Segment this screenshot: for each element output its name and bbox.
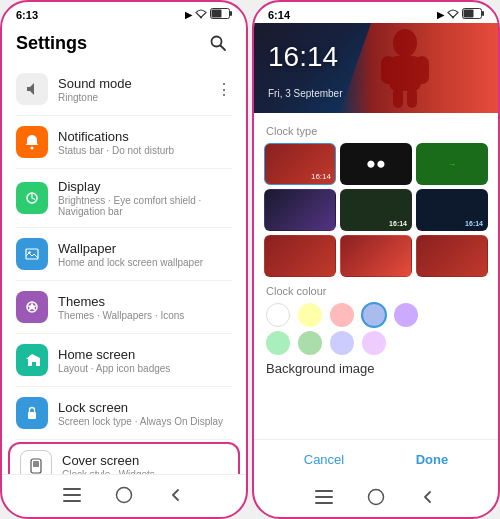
clock-thumb-5[interactable]: 16:14 xyxy=(340,189,412,231)
themes-desc: Themes · Wallpapers · Icons xyxy=(58,310,232,321)
display-icon xyxy=(16,182,48,214)
left-home-button[interactable] xyxy=(112,483,136,507)
left-back-button[interactable] xyxy=(164,483,188,507)
right-wifi-icon xyxy=(447,9,459,21)
setting-item-themes[interactable]: Themes Themes · Wallpapers · Icons xyxy=(2,283,246,331)
display-desc: Brightness · Eye comfort shield · Naviga… xyxy=(58,195,232,217)
svg-point-19 xyxy=(117,488,132,503)
battery-icon xyxy=(210,8,232,21)
display-name: Display xyxy=(58,179,232,194)
done-button[interactable]: Done xyxy=(400,448,465,471)
color-swatch-lilac[interactable] xyxy=(362,331,386,355)
right-content: Clock type 16:14 ⬤ ⬤ → 16:14 16:14 xyxy=(254,113,498,439)
spiderman-figure xyxy=(332,23,478,113)
lock-screen-desc: Screen lock type · Always On Display xyxy=(58,416,232,427)
settings-title: Settings xyxy=(16,33,87,54)
svg-line-5 xyxy=(221,46,226,51)
svg-point-0 xyxy=(200,16,202,18)
setting-item-notifications[interactable]: Notifications Status bar · Do not distur… xyxy=(2,118,246,166)
divider-2 xyxy=(16,168,232,169)
right-status-bar: 6:14 ▶ xyxy=(254,2,498,23)
divider-6 xyxy=(16,386,232,387)
divider-4 xyxy=(16,280,232,281)
setting-item-display[interactable]: Display Brightness · Eye comfort shield … xyxy=(2,171,246,225)
cover-screen-name: Cover screen xyxy=(62,453,228,468)
right-menu-button[interactable] xyxy=(312,485,336,509)
color-swatch-blue[interactable] xyxy=(362,303,386,327)
clock-colour-label: Clock colour xyxy=(266,285,486,297)
svg-rect-26 xyxy=(381,56,395,84)
svg-point-6 xyxy=(31,147,34,150)
notifications-name: Notifications xyxy=(58,129,232,144)
right-battery-icon xyxy=(462,8,484,21)
cancel-button[interactable]: Cancel xyxy=(288,448,360,471)
svg-rect-11 xyxy=(28,412,36,419)
right-home-button[interactable] xyxy=(364,485,388,509)
clock-thumb-4[interactable] xyxy=(264,189,336,231)
lock-screen-text: Lock screen Screen lock type · Always On… xyxy=(58,400,232,427)
svg-rect-27 xyxy=(415,56,429,84)
wallpaper-name: Wallpaper xyxy=(58,241,232,256)
right-panel: 6:14 ▶ 16:14 Fri, 3 September xyxy=(252,0,500,519)
clock-thumb-1[interactable]: 16:14 xyxy=(264,143,336,185)
cover-preview: 16:14 Fri, 3 September xyxy=(254,23,498,113)
left-panel: 6:13 ▶ Settings Sound mode Ringtone xyxy=(0,0,248,519)
svg-rect-16 xyxy=(63,488,81,490)
notifications-text: Notifications Status bar · Do not distur… xyxy=(58,129,232,156)
sound-mode-name: Sound mode xyxy=(58,76,232,91)
left-time: 6:13 xyxy=(16,9,38,21)
color-swatch-mint[interactable] xyxy=(266,331,290,355)
setting-item-wallpaper[interactable]: Wallpaper Home and lock screen wallpaper xyxy=(2,230,246,278)
setting-item-cover-screen[interactable]: Cover screen Clock style · Widgets xyxy=(8,442,240,474)
left-status-bar: 6:13 ▶ xyxy=(2,2,246,23)
svg-rect-31 xyxy=(315,496,333,498)
right-status-icons: ▶ xyxy=(437,8,484,21)
svg-rect-29 xyxy=(407,88,417,108)
home-screen-icon xyxy=(16,344,48,376)
divider-3 xyxy=(16,227,232,228)
clock-thumb-7[interactable] xyxy=(264,235,336,277)
clock-thumb-6[interactable]: 16:14 xyxy=(416,189,488,231)
cover-screen-desc: Clock style · Widgets xyxy=(62,469,228,475)
themes-text: Themes Themes · Wallpapers · Icons xyxy=(58,294,232,321)
setting-item-lock-screen[interactable]: Lock screen Screen lock type · Always On… xyxy=(2,389,246,437)
clock-thumb-2[interactable]: ⬤ ⬤ xyxy=(340,143,412,185)
color-swatch-purple[interactable] xyxy=(394,303,418,327)
wallpaper-text: Wallpaper Home and lock screen wallpaper xyxy=(58,241,232,268)
sound-mode-dots: ⋮ xyxy=(216,80,232,99)
right-nav-bar xyxy=(254,479,498,517)
left-menu-button[interactable] xyxy=(60,483,84,507)
divider-5 xyxy=(16,333,232,334)
cover-date: Fri, 3 September xyxy=(268,88,342,99)
signal-icon: ▶ xyxy=(185,10,192,20)
svg-rect-30 xyxy=(315,490,333,492)
cover-time: 16:14 xyxy=(268,41,338,73)
clock-thumb-9[interactable] xyxy=(416,235,488,277)
notifications-desc: Status bar · Do not disturb xyxy=(58,145,232,156)
cover-screen-text: Cover screen Clock style · Widgets xyxy=(62,453,228,475)
svg-rect-2 xyxy=(212,10,222,18)
left-status-icons: ▶ xyxy=(185,8,232,21)
wifi-icon xyxy=(195,9,207,21)
lock-screen-icon xyxy=(16,397,48,429)
color-swatch-white[interactable] xyxy=(266,303,290,327)
search-button[interactable] xyxy=(204,29,232,57)
svg-rect-32 xyxy=(315,502,333,504)
clock-thumb-8[interactable] xyxy=(340,235,412,277)
color-swatch-yellow[interactable] xyxy=(298,303,322,327)
color-swatch-lavender[interactable] xyxy=(330,331,354,355)
cover-screen-icon xyxy=(20,450,52,474)
settings-header: Settings xyxy=(2,23,246,65)
svg-rect-28 xyxy=(393,88,403,108)
setting-item-sound-mode[interactable]: Sound mode Ringtone ⋮ xyxy=(2,65,246,113)
svg-point-24 xyxy=(393,29,417,57)
home-screen-desc: Layout · App icon badges xyxy=(58,363,232,374)
right-back-button[interactable] xyxy=(416,485,440,509)
action-buttons: Cancel Done xyxy=(254,439,498,479)
clock-thumb-3[interactable]: → xyxy=(416,143,488,185)
color-swatch-pink[interactable] xyxy=(330,303,354,327)
setting-item-home-screen[interactable]: Home screen Layout · App icon badges xyxy=(2,336,246,384)
color-swatch-green[interactable] xyxy=(298,331,322,355)
clock-thumb-5-time: 16:14 xyxy=(389,220,407,227)
notifications-icon xyxy=(16,126,48,158)
